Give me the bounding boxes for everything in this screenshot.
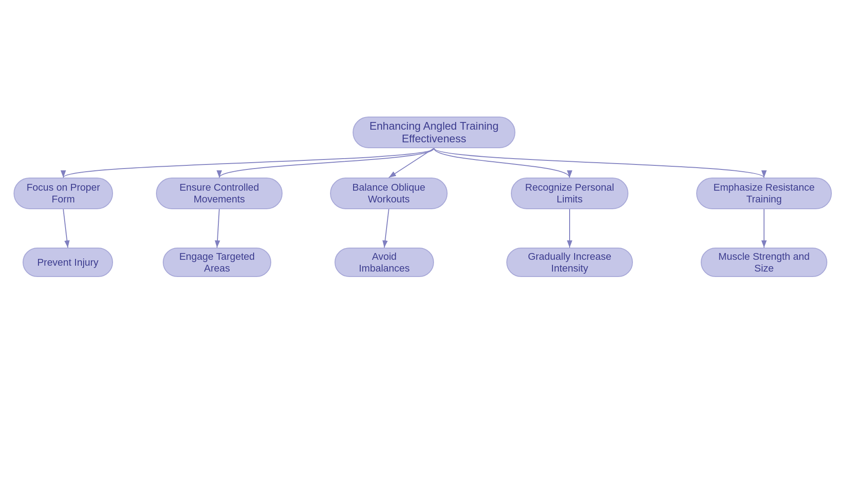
avoid-label: Avoid Imbalances (346, 251, 422, 274)
prevent-node: Prevent Injury (23, 248, 113, 277)
ensure-label: Ensure Controlled Movements (168, 182, 271, 205)
muscle-label: Muscle Strength and Size (712, 251, 816, 274)
focus-label: Focus on Proper Form (25, 182, 101, 205)
ensure-node: Ensure Controlled Movements (156, 178, 283, 209)
engage-label: Engage Targeted Areas (175, 251, 259, 274)
diagram-container: Enhancing Angled Training Effectiveness … (0, 0, 868, 488)
emphasize-node: Emphasize Resistance Training (696, 178, 832, 209)
balance-label: Balance Oblique Workouts (342, 182, 436, 205)
gradually-node: Gradually Increase Intensity (506, 248, 633, 277)
gradually-label: Gradually Increase Intensity (518, 251, 621, 274)
focus-node: Focus on Proper Form (14, 178, 113, 209)
muscle-node: Muscle Strength and Size (701, 248, 827, 277)
avoid-node: Avoid Imbalances (335, 248, 434, 277)
engage-node: Engage Targeted Areas (163, 248, 271, 277)
nodes-layer: Enhancing Angled Training Effectiveness … (0, 0, 868, 488)
emphasize-label: Emphasize Resistance Training (708, 182, 820, 205)
recognize-node: Recognize Personal Limits (511, 178, 628, 209)
root-label: Enhancing Angled Training Effectiveness (364, 120, 504, 145)
recognize-label: Recognize Personal Limits (523, 182, 617, 205)
root-node: Enhancing Angled Training Effectiveness (353, 117, 515, 148)
prevent-label: Prevent Injury (37, 257, 99, 268)
balance-node: Balance Oblique Workouts (330, 178, 448, 209)
